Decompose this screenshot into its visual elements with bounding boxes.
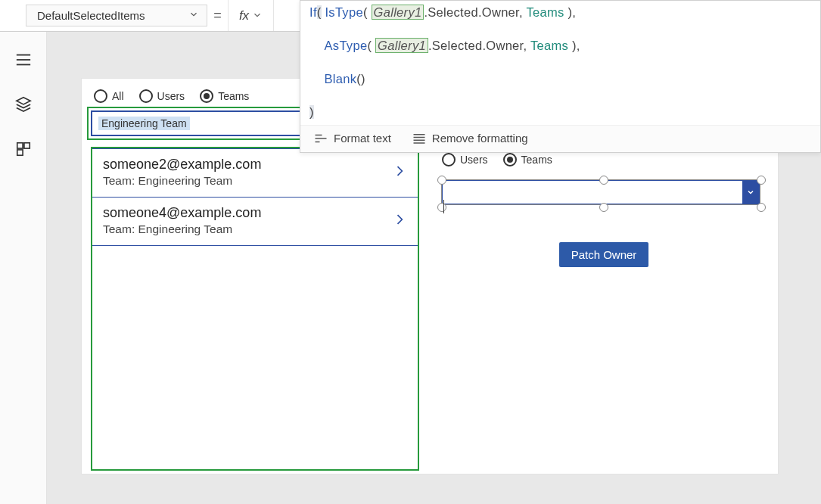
- fn-astype: AsType: [325, 39, 368, 52]
- chevron-down-icon: [252, 10, 263, 22]
- formula-panel: If( IsType( Gallery1.Selected.Owner, Tea…: [300, 0, 821, 153]
- property-selector-value: DefaultSelectedItems: [37, 9, 145, 22]
- ref-gallery1-2: Gallery1: [375, 38, 428, 53]
- fn-blank: Blank: [325, 72, 357, 86]
- type-teams: Teams: [526, 5, 564, 19]
- chevron-right-icon: [392, 161, 407, 184]
- radio-users-right[interactable]: Users: [442, 153, 488, 166]
- fn-istype: IsType: [325, 5, 362, 19]
- svg-marker-10: [16, 98, 30, 104]
- remove-formatting-label: Remove formatting: [432, 132, 528, 145]
- selected-combobox-wrap: [437, 177, 770, 207]
- svg-rect-12: [23, 143, 29, 148]
- radio-teams[interactable]: Teams: [200, 89, 249, 103]
- hamburger-icon[interactable]: [15, 53, 32, 70]
- gallery-item[interactable]: someone2@example.com Team: Engineering T…: [92, 148, 418, 198]
- gallery-item[interactable]: someone4@example.com Team: Engineering T…: [92, 198, 418, 246]
- layers-icon[interactable]: [15, 95, 32, 115]
- chevron-down-icon[interactable]: [742, 181, 759, 204]
- format-text-button[interactable]: Format text: [314, 132, 391, 145]
- format-text-label: Format text: [334, 132, 391, 145]
- resize-handle[interactable]: [599, 176, 608, 185]
- right-radio-group: Users Teams: [437, 153, 770, 177]
- components-icon[interactable]: [15, 141, 32, 160]
- formula-toolbar: Format text Remove formatting: [300, 125, 820, 152]
- equals-symbol: =: [207, 0, 229, 31]
- app-right-column: Users Teams Patch Owner: [437, 153, 770, 267]
- gallery-item-title: someone4@example.com: [103, 205, 392, 221]
- text-caret: [443, 200, 444, 213]
- left-rail: [0, 32, 47, 504]
- ref-gallery1: Gallery1: [372, 5, 424, 20]
- svg-rect-13: [17, 150, 22, 155]
- resize-handle[interactable]: [757, 203, 766, 212]
- chevron-right-icon: [392, 210, 407, 232]
- formula-editor[interactable]: If( IsType( Gallery1.Selected.Owner, Tea…: [300, 1, 820, 125]
- remove-formatting-button[interactable]: Remove formatting: [412, 132, 528, 145]
- fn-if: If: [309, 5, 317, 19]
- patch-owner-button[interactable]: Patch Owner: [559, 242, 649, 267]
- resize-handle[interactable]: [437, 176, 446, 185]
- radio-users[interactable]: Users: [139, 89, 185, 103]
- resize-handle[interactable]: [757, 176, 766, 185]
- gallery-item-title: someone2@example.com: [103, 157, 392, 173]
- gallery-item-sub: Team: Engineering Team: [103, 222, 392, 236]
- chevron-down-icon: [188, 9, 199, 22]
- svg-rect-11: [17, 143, 22, 148]
- gallery[interactable]: someone2@example.com Team: Engineering T…: [91, 147, 419, 471]
- radio-all[interactable]: All: [94, 89, 124, 103]
- team-combobox-value: Engineering Team: [98, 117, 190, 130]
- type-teams-2: Teams: [530, 39, 568, 52]
- resize-handle[interactable]: [437, 203, 446, 212]
- property-selector[interactable]: DefaultSelectedItems: [26, 5, 207, 26]
- radio-teams-right[interactable]: Teams: [503, 153, 552, 166]
- gallery-item-sub: Team: Engineering Team: [103, 174, 392, 188]
- fx-button[interactable]: fx: [229, 0, 274, 31]
- fx-label: fx: [239, 8, 249, 23]
- resize-handle[interactable]: [599, 203, 608, 212]
